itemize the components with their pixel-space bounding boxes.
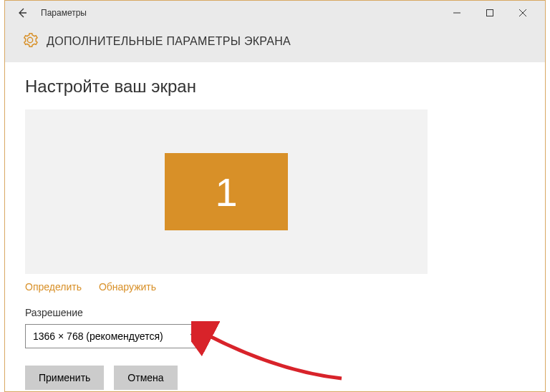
app-title: Параметры xyxy=(41,8,87,18)
titlebar: Параметры xyxy=(5,1,545,25)
resolution-dropdown[interactable]: 1366 × 768 (рекомендуется) xyxy=(25,324,206,348)
display-link-row: Определить Обнаружить xyxy=(25,281,525,293)
page-header-title: ДОПОЛНИТЕЛЬНЫЕ ПАРАМЕТРЫ ЭКРАНА xyxy=(47,35,291,48)
minimize-icon xyxy=(453,9,460,16)
resolution-label: Разрешение xyxy=(25,307,525,318)
maximize-button[interactable] xyxy=(473,2,506,24)
close-icon xyxy=(519,9,526,16)
close-button[interactable] xyxy=(506,2,539,24)
window-controls xyxy=(440,2,539,24)
section-title: Настройте ваш экран xyxy=(25,77,525,97)
back-button[interactable] xyxy=(11,1,34,24)
cancel-button[interactable]: Отмена xyxy=(114,366,177,390)
minimize-button[interactable] xyxy=(440,2,473,24)
content-area: Настройте ваш экран 1 Определить Обнаруж… xyxy=(5,62,545,390)
identify-link[interactable]: Определить xyxy=(25,281,82,293)
gear-icon xyxy=(22,32,38,51)
resolution-value: 1366 × 768 (рекомендуется) xyxy=(33,330,163,342)
svg-rect-0 xyxy=(487,10,493,16)
display-arrangement-canvas[interactable]: 1 xyxy=(25,109,428,274)
header-section: ДОПОЛНИТЕЛЬНЫЕ ПАРАМЕТРЫ ЭКРАНА xyxy=(5,25,545,62)
back-arrow-icon xyxy=(16,7,28,19)
button-row: Применить Отмена xyxy=(25,366,525,390)
settings-window: Параметры ДОПОЛНИТЕЛЬНЫЕ ПАРАМЕТРЫ ЭКРАН… xyxy=(4,0,546,392)
detect-link[interactable]: Обнаружить xyxy=(99,281,156,293)
apply-button[interactable]: Применить xyxy=(25,366,104,390)
maximize-icon xyxy=(486,9,493,16)
display-monitor-1[interactable]: 1 xyxy=(165,153,288,230)
chevron-down-icon xyxy=(189,330,198,342)
monitor-number-label: 1 xyxy=(215,169,237,215)
